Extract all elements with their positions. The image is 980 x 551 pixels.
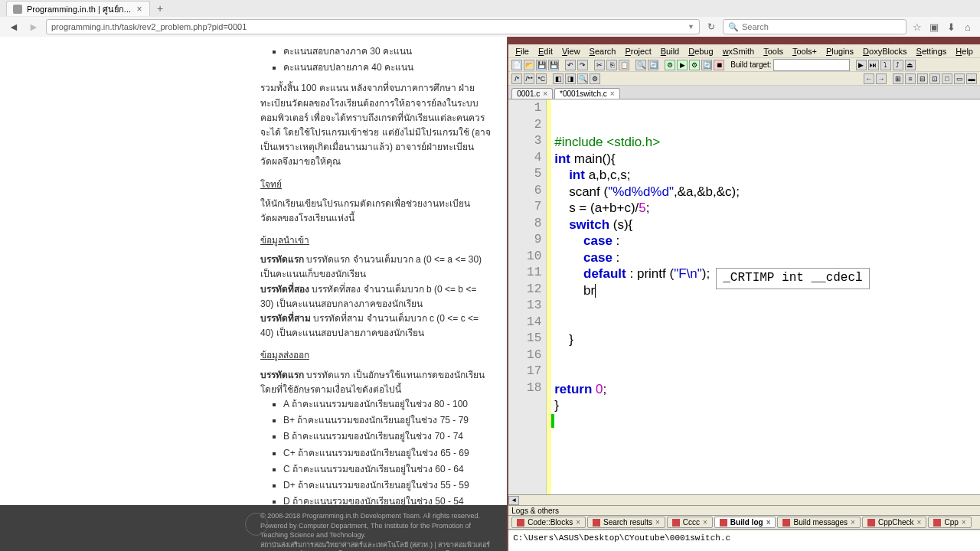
close-icon[interactable]: × — [962, 518, 966, 527]
code-line[interactable] — [554, 364, 977, 381]
reload-button[interactable]: ↻ — [704, 20, 718, 34]
menu-plugins[interactable]: Plugins — [822, 47, 858, 56]
forward-button[interactable]: ► — [26, 19, 41, 34]
debug-continue-icon[interactable]: ▶ — [856, 60, 867, 70]
replace-icon[interactable]: 🔄 — [648, 60, 658, 70]
log-tab-code-blocks[interactable]: Code::Blocks× — [511, 517, 586, 528]
downloads-icon[interactable]: ⬇ — [945, 21, 957, 33]
build-run-icon[interactable]: ⚙ — [689, 60, 700, 70]
save-icon[interactable]: 💾 — [536, 60, 547, 70]
code-area[interactable]: #include <stdio.h>int main(){ int a,b,c,… — [551, 99, 980, 494]
editor-tab[interactable]: *0001switch.c× — [554, 88, 620, 99]
code-line[interactable]: } — [554, 397, 977, 414]
tb-icon[interactable]: ⊡ — [929, 73, 940, 84]
tb-icon[interactable]: 🔍 — [577, 73, 588, 84]
close-icon[interactable]: × — [703, 518, 707, 527]
redo-icon[interactable]: ↷ — [577, 60, 588, 70]
code-line[interactable]: case : — [554, 233, 977, 249]
close-icon[interactable]: × — [576, 518, 580, 527]
logs-title[interactable]: Logs & others — [508, 505, 980, 516]
save-all-icon[interactable]: 💾 — [548, 60, 559, 70]
tb-icon[interactable]: ⚙ — [590, 73, 600, 84]
build-icon[interactable]: ⚙ — [665, 60, 675, 70]
code-line[interactable]: s = (a+b+c)/5; — [554, 200, 977, 217]
log-tab-cppcheck[interactable]: CppCheck× — [862, 517, 927, 528]
new-tab-button[interactable]: + — [153, 2, 167, 15]
url-bar[interactable]: ▼ — [46, 19, 700, 34]
scroll-left-icon[interactable]: ◄ — [508, 496, 519, 505]
back-button[interactable]: ◄ — [6, 19, 21, 34]
dropdown-icon[interactable]: ▼ — [688, 23, 694, 31]
tb-icon[interactable]: □ — [942, 73, 952, 84]
code-line[interactable]: return 0; — [554, 381, 977, 398]
tb-icon[interactable]: ▭ — [954, 73, 965, 84]
close-icon[interactable]: × — [851, 518, 855, 527]
editor-tab[interactable]: 0001.c× — [511, 88, 553, 99]
tb-icon[interactable]: ≡ — [905, 73, 916, 84]
home-icon[interactable]: ⌂ — [962, 21, 974, 33]
menu-build[interactable]: Build — [657, 47, 683, 56]
debug-next-icon[interactable]: ⤵ — [880, 60, 891, 70]
horizontal-scrollbar[interactable]: ◄ — [508, 494, 980, 505]
log-tab-build-messages[interactable]: Build messages× — [777, 517, 860, 528]
menu-file[interactable]: File — [511, 47, 533, 56]
code-line[interactable]: switch (s){ — [554, 217, 977, 233]
open-icon[interactable]: 📂 — [524, 60, 534, 70]
menu-debug[interactable]: Debug — [684, 47, 717, 56]
build-target-select[interactable] — [773, 59, 850, 71]
menu-tools[interactable]: Tools — [760, 47, 787, 56]
code-line[interactable] — [554, 348, 977, 365]
bookmark-icon[interactable]: ☆ — [911, 21, 923, 33]
close-icon[interactable]: × — [610, 90, 615, 98]
code-line[interactable]: scanf ("%d%d%d",&a,&b,&c); — [554, 184, 977, 201]
close-icon[interactable]: × — [136, 5, 143, 13]
tb-icon[interactable]: ◨ — [565, 73, 576, 84]
codeblocks-titlebar[interactable] — [508, 37, 980, 44]
code-line[interactable] — [554, 298, 977, 315]
copy-icon[interactable]: ⎘ — [606, 60, 617, 70]
menu-doxyblocks[interactable]: DoxyBlocks — [859, 47, 910, 56]
close-icon[interactable]: × — [543, 90, 547, 98]
menu-project[interactable]: Project — [621, 47, 655, 56]
tb-icon[interactable]: ▬ — [966, 73, 977, 84]
find-icon[interactable]: 🔍 — [635, 60, 646, 70]
log-tab-cpp[interactable]: Cpp× — [928, 517, 971, 528]
browser-tab[interactable]: Programming.in.th | ศูนย์ก... × — [6, 1, 150, 16]
menu-search[interactable]: Search — [586, 47, 620, 56]
code-line[interactable]: int a,b,c,s; — [554, 167, 977, 184]
debug-run-cursor-icon[interactable]: ⏭ — [868, 60, 879, 70]
debug-step-icon[interactable]: ⤴ — [893, 60, 903, 70]
menu-bar[interactable]: FileEditViewSearchProjectBuildDebugwxSmi… — [508, 44, 980, 58]
tb-icon[interactable]: /* — [511, 73, 522, 84]
menu-edit[interactable]: Edit — [534, 47, 557, 56]
tb-icon[interactable]: /** — [524, 73, 534, 84]
search-input[interactable] — [742, 22, 901, 31]
menu-settings[interactable]: Settings — [913, 47, 951, 56]
menu-tools+[interactable]: Tools+ — [789, 47, 821, 56]
menu-help[interactable]: Help — [952, 47, 977, 56]
nav-fwd-icon[interactable]: → — [876, 73, 887, 84]
paste-icon[interactable]: 📋 — [619, 60, 629, 70]
code-line[interactable] — [554, 315, 977, 332]
cut-icon[interactable]: ✂ — [594, 60, 605, 70]
new-file-icon[interactable]: 📄 — [511, 60, 522, 70]
run-icon[interactable]: ▶ — [677, 60, 688, 70]
stop-icon[interactable]: ⏹ — [714, 60, 724, 70]
log-tab-search-results[interactable]: Search results× — [587, 517, 665, 528]
close-icon[interactable]: × — [917, 518, 922, 527]
pocket-icon[interactable]: ▣ — [928, 21, 940, 33]
debug-out-icon[interactable]: ⏏ — [905, 60, 916, 70]
code-line[interactable]: case : — [554, 249, 977, 266]
undo-icon[interactable]: ↶ — [565, 60, 576, 70]
tb-icon[interactable]: *C — [536, 73, 547, 84]
close-icon[interactable]: × — [655, 518, 660, 527]
menu-view[interactable]: View — [558, 47, 584, 56]
search-bar[interactable]: 🔍 — [723, 19, 906, 34]
code-editor[interactable]: 123456789101112131415161718 #include <st… — [508, 99, 980, 494]
tb-icon[interactable]: ⊟ — [917, 73, 928, 84]
log-tab-cccc[interactable]: Cccc× — [667, 517, 713, 528]
tb-icon[interactable]: ⊞ — [893, 73, 903, 84]
log-tab-build-log[interactable]: Build log× — [714, 517, 776, 528]
autocomplete-popup[interactable]: _CRTIMP int __cdecl — [716, 268, 869, 289]
tb-icon[interactable]: ◧ — [553, 73, 564, 84]
